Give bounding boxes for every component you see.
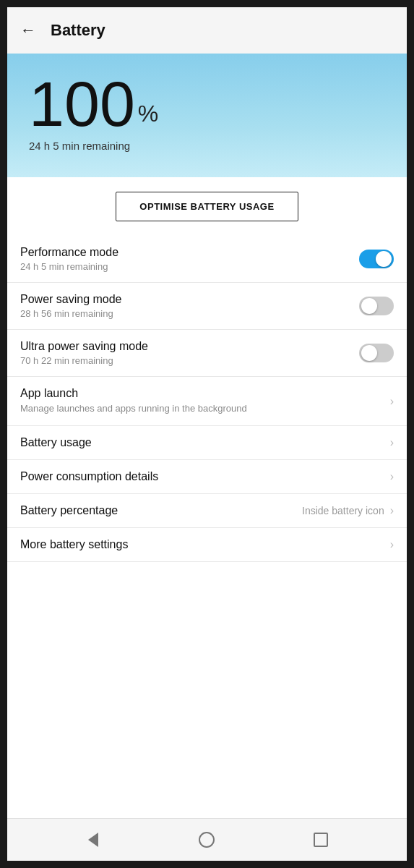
settings-item-battery-percentage[interactable]: Battery percentage Inside battery icon › (7, 494, 407, 528)
settings-item-left: Battery usage (20, 436, 390, 449)
nav-back-button[interactable] (82, 829, 104, 851)
settings-item-battery-usage[interactable]: Battery usage › (7, 426, 407, 460)
settings-item-title: Power saving mode (20, 293, 359, 306)
content-area: OPTIMISE BATTERY USAGE Performance mode … (7, 177, 407, 818)
page-title: Battery (51, 21, 105, 40)
settings-item-right: › (390, 395, 394, 408)
settings-item-title: App launch (20, 387, 390, 400)
settings-item-right (359, 344, 394, 362)
recents-square-icon (314, 833, 328, 847)
chevron-right-icon: › (390, 436, 394, 449)
settings-list: Performance mode 24 h 5 min remaining Po… (7, 236, 407, 818)
settings-item-title: Power consumption details (20, 470, 390, 483)
back-triangle-icon (88, 833, 98, 847)
battery-percentage-value: Inside battery icon (302, 505, 384, 516)
chevron-right-icon: › (390, 470, 394, 483)
battery-percent-row: 100 % (29, 75, 385, 132)
chevron-right-icon: › (390, 504, 394, 517)
power-saving-mode-toggle[interactable] (359, 297, 394, 315)
settings-item-title: Performance mode (20, 246, 359, 259)
settings-item-right: › (390, 436, 394, 449)
settings-item-right: › (390, 470, 394, 483)
settings-item-right: › (390, 538, 394, 551)
settings-item-subtitle: 24 h 5 min remaining (20, 261, 359, 272)
settings-item-title: Battery percentage (20, 504, 302, 517)
settings-item-left: App launch Manage launches and apps runn… (20, 387, 390, 415)
ultra-power-saving-mode-toggle[interactable] (359, 344, 394, 362)
toggle-knob (376, 251, 392, 267)
back-button[interactable]: ← (20, 21, 36, 40)
settings-item-right (359, 250, 394, 268)
chevron-right-icon: › (390, 538, 394, 551)
battery-percent-symbol: % (138, 102, 158, 125)
toggle-knob (361, 298, 377, 314)
settings-item-app-launch[interactable]: App launch Manage launches and apps runn… (7, 377, 407, 426)
settings-item-subtitle: Manage launches and apps running in the … (20, 402, 295, 415)
settings-item-title: Battery usage (20, 436, 390, 449)
nav-recents-button[interactable] (310, 829, 332, 851)
phone-container: ← Battery 100 % 24 h 5 min remaining OPT… (7, 7, 407, 861)
battery-percent-number: 100 (29, 75, 135, 132)
settings-item-title: More battery settings (20, 538, 390, 551)
optimise-btn-container: OPTIMISE BATTERY USAGE (7, 177, 407, 236)
settings-item-ultra-power-saving-mode[interactable]: Ultra power saving mode 70 h 22 min rema… (7, 330, 407, 377)
toggle-knob (361, 345, 377, 361)
settings-item-power-saving-mode[interactable]: Power saving mode 28 h 56 min remaining (7, 283, 407, 330)
battery-remaining: 24 h 5 min remaining (29, 140, 385, 152)
settings-item-right: Inside battery icon › (302, 504, 394, 517)
settings-item-subtitle: 70 h 22 min remaining (20, 355, 359, 366)
settings-item-left: More battery settings (20, 538, 390, 551)
chevron-right-icon: › (390, 395, 394, 408)
nav-home-button[interactable] (196, 829, 217, 851)
settings-item-right (359, 297, 394, 315)
battery-banner: 100 % 24 h 5 min remaining (7, 54, 407, 177)
settings-item-left: Performance mode 24 h 5 min remaining (20, 246, 359, 272)
settings-item-title: Ultra power saving mode (20, 340, 359, 353)
bottom-nav (7, 818, 407, 861)
home-circle-icon (199, 832, 215, 848)
settings-item-performance-mode[interactable]: Performance mode 24 h 5 min remaining (7, 236, 407, 283)
performance-mode-toggle[interactable] (359, 250, 394, 268)
settings-item-subtitle: 28 h 56 min remaining (20, 308, 359, 319)
settings-item-more-battery-settings[interactable]: More battery settings › (7, 528, 407, 562)
header: ← Battery (7, 7, 407, 54)
settings-item-left: Ultra power saving mode 70 h 22 min rema… (20, 340, 359, 366)
settings-item-left: Battery percentage (20, 504, 302, 517)
optimise-battery-button[interactable]: OPTIMISE BATTERY USAGE (116, 192, 298, 221)
settings-item-left: Power saving mode 28 h 56 min remaining (20, 293, 359, 319)
settings-item-power-consumption-details[interactable]: Power consumption details › (7, 460, 407, 494)
settings-item-left: Power consumption details (20, 470, 390, 483)
